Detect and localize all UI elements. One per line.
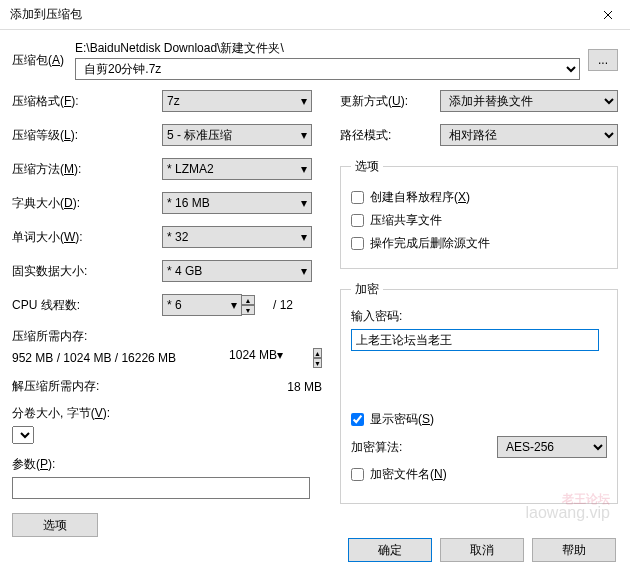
- params-input[interactable]: [12, 477, 310, 499]
- params-label: 参数(P):: [12, 456, 322, 473]
- archive-label: 压缩包(A): [12, 52, 67, 69]
- word-label: 单词大小(W):: [12, 229, 162, 246]
- window-title: 添加到压缩包: [10, 6, 82, 23]
- options-legend: 选项: [351, 158, 383, 175]
- cpu-label: CPU 线程数:: [12, 297, 162, 314]
- password-label: 输入密码:: [351, 308, 607, 325]
- browse-button[interactable]: ...: [588, 49, 618, 71]
- shared-label: 压缩共享文件: [370, 212, 442, 229]
- dict-label: 字典大小(D):: [12, 195, 162, 212]
- solid-select[interactable]: * 4 GB▾: [162, 260, 312, 282]
- level-label: 压缩等级(L):: [12, 127, 162, 144]
- update-select[interactable]: 添加并替换文件: [440, 90, 618, 112]
- show-password-label: 显示密码(S): [370, 411, 434, 428]
- archive-path: E:\BaiduNetdisk Download\新建文件夹\: [75, 40, 580, 57]
- split-select[interactable]: [12, 426, 34, 444]
- dict-select[interactable]: * 16 MB▾: [162, 192, 312, 214]
- solid-label: 固实数据大小:: [12, 263, 162, 280]
- pathmode-label: 路径模式:: [340, 127, 440, 144]
- cancel-button[interactable]: 取消: [440, 538, 524, 562]
- update-label: 更新方式(U):: [340, 93, 440, 110]
- delete-after-checkbox[interactable]: [351, 237, 364, 250]
- mem-comp-detail: 952 MB / 1024 MB / 16226 MB: [12, 351, 176, 365]
- delete-after-label: 操作完成后删除源文件: [370, 235, 490, 252]
- sfx-label: 创建自释放程序(X): [370, 189, 470, 206]
- encrypt-names-checkbox[interactable]: [351, 468, 364, 481]
- alg-label: 加密算法:: [351, 439, 419, 456]
- encrypt-legend: 加密: [351, 281, 383, 298]
- word-select[interactable]: * 32▾: [162, 226, 312, 248]
- mem-comp-select[interactable]: 1024 MB▾: [229, 348, 313, 368]
- close-button[interactable]: [586, 0, 630, 30]
- show-password-checkbox[interactable]: [351, 413, 364, 426]
- mem-comp-label: 压缩所需内存:: [12, 328, 322, 345]
- format-select[interactable]: 7z▾: [162, 90, 312, 112]
- sfx-checkbox[interactable]: [351, 191, 364, 204]
- split-label: 分卷大小, 字节(V):: [12, 405, 322, 422]
- pathmode-select[interactable]: 相对路径: [440, 124, 618, 146]
- alg-select[interactable]: AES-256: [497, 436, 607, 458]
- method-select[interactable]: * LZMA2▾: [162, 158, 312, 180]
- format-label: 压缩格式(F):: [12, 93, 162, 110]
- mem-comp-spinner[interactable]: ▲▼: [313, 348, 322, 368]
- close-icon: [603, 10, 613, 20]
- help-button[interactable]: 帮助: [532, 538, 616, 562]
- cpu-select[interactable]: * 6▾: [162, 294, 242, 316]
- encrypt-names-label: 加密文件名(N): [370, 466, 447, 483]
- options-fieldset: 选项 创建自释放程序(X) 压缩共享文件 操作完成后删除源文件: [340, 158, 618, 269]
- shared-checkbox[interactable]: [351, 214, 364, 227]
- dialog-button-bar: 确定 取消 帮助: [0, 533, 630, 567]
- cpu-spinner[interactable]: ▲▼: [241, 295, 255, 315]
- level-select[interactable]: 5 - 标准压缩▾: [162, 124, 312, 146]
- watermark: 老王论坛 laowang.vip: [526, 493, 611, 521]
- ok-button[interactable]: 确定: [348, 538, 432, 562]
- encrypt-fieldset: 加密 输入密码: 显示密码(S) 加密算法: AES-256 加密文件名(N): [340, 281, 618, 504]
- archive-filename-select[interactable]: 自剪20分钟.7z: [75, 58, 580, 80]
- mem-decomp-label: 解压缩所需内存:: [12, 378, 99, 395]
- method-label: 压缩方法(M):: [12, 161, 162, 178]
- cpu-total: / 12: [261, 298, 293, 312]
- title-bar: 添加到压缩包: [0, 0, 630, 30]
- mem-decomp-value: 18 MB: [287, 380, 322, 394]
- password-input[interactable]: [351, 329, 599, 351]
